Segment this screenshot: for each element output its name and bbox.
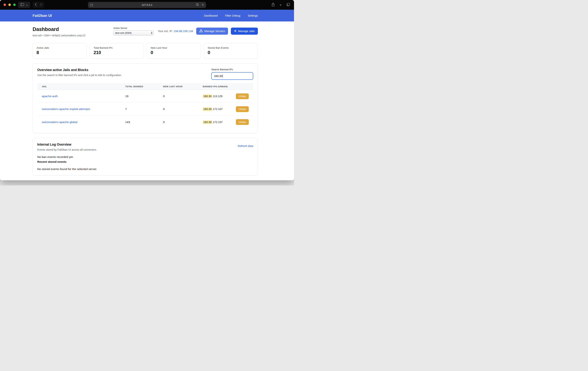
ip-highlight: 160.30 [203, 120, 212, 124]
svg-text:A: A [197, 3, 198, 5]
internal-log-panel: Internal Log Overview Events stored by F… [33, 138, 258, 175]
col-jail: JAIL [37, 85, 121, 88]
refresh-data-link[interactable]: Refresh data [238, 144, 253, 147]
translate-icon[interactable]: A [196, 3, 199, 7]
total-banned-value: 7 [121, 107, 158, 111]
col-banned-ips: BANNED IPS (UNBAN) [198, 85, 253, 88]
ip-highlight: 160.30 [203, 94, 212, 98]
stat-label: Active Jails [37, 46, 83, 49]
stat-value: 0 [151, 50, 197, 55]
ip-rest: .113.129 [212, 95, 222, 98]
stat-label: Stored Ban Events [208, 46, 254, 49]
jail-link[interactable]: swissmakers-apache-exploit-attempts [42, 107, 90, 110]
overview-subtitle: Use the search to filter banned IPs and … [37, 74, 122, 77]
page-subtitle: test-ssh • SSH • rlinfp02.swissmakers.co… [33, 34, 85, 37]
close-window-button[interactable] [3, 3, 6, 6]
app-brand: Fail2ban UI [33, 14, 52, 18]
table-row: swissmakers-apache-global 143 0 160.30 .… [37, 116, 253, 129]
external-ip-label: Your ext. IP: [158, 30, 173, 33]
stat-label: Total Banned IPs [94, 46, 140, 49]
address-bar-actions: A ↻ [196, 2, 204, 8]
browser-window: 127.0.0.1 A ↻ + [0, 0, 294, 180]
toolbar-left [18, 2, 44, 8]
unban-button[interactable]: Unban [236, 93, 249, 99]
main-content: Dashboard test-ssh • SSH • rlinfp02.swis… [0, 22, 294, 180]
search-banned-ips-input[interactable]: 160.30 [211, 72, 253, 80]
col-new-last-hour: NEW LAST HOUR [158, 85, 198, 88]
new-last-hour-value: 0 [158, 107, 198, 111]
stat-card-active-jails: Active Jails 8 [33, 43, 87, 59]
minimize-window-button[interactable] [8, 3, 11, 6]
table-header-row: JAIL TOTAL BANNED NEW LAST HOUR BANNED I… [37, 83, 253, 90]
recent-events-title: Recent stored events [37, 160, 253, 164]
overview-title: Overview active Jails and Blocks [37, 68, 122, 72]
new-tab-icon[interactable]: + [279, 3, 282, 7]
ip-highlight: 160.30 [203, 107, 212, 111]
share-icon[interactable] [272, 3, 275, 7]
servers-icon [199, 29, 203, 33]
stat-value: 210 [94, 50, 140, 55]
manage-jails-label: Manage Jails [238, 30, 255, 33]
ip-rest: .172.107 [212, 121, 222, 124]
browser-titlebar: 127.0.0.1 A ↻ + [0, 0, 294, 10]
zoom-window-button[interactable] [13, 3, 16, 6]
ip-rest: .172.107 [212, 108, 222, 110]
select-stepper-icon [151, 32, 152, 34]
active-server-value: test-ssh (SSH) [115, 32, 132, 34]
nav-item-filter-debug[interactable]: Filter Debug [225, 14, 240, 17]
manage-jails-button[interactable]: ⚙ Manage Jails [231, 28, 258, 35]
new-last-hour-value: 0 [158, 120, 198, 124]
back-icon[interactable] [35, 3, 37, 7]
stat-label: New Last Hour [151, 46, 197, 49]
window-controls [3, 3, 16, 6]
jail-link[interactable]: apache-auth [42, 95, 58, 98]
page-header: Dashboard test-ssh • SSH • rlinfp02.swis… [33, 22, 258, 37]
recent-events-empty-message: No stored events found for the selected … [37, 167, 253, 171]
reload-icon[interactable]: ↻ [202, 3, 204, 6]
search-value: 160.30 [214, 74, 222, 77]
active-server-select[interactable]: test-ssh (SSH) [113, 30, 154, 35]
header-controls: Active Server test-ssh (SSH) Your ext. I… [113, 27, 258, 35]
sidebar-icon [20, 3, 24, 7]
external-ip-value: 194.88.100.134 [174, 30, 193, 33]
history-nav-group [33, 2, 44, 8]
unban-button[interactable]: Unban [236, 106, 249, 112]
search-group: Search Banned IPs 160.30 [211, 68, 253, 80]
nav-item-settings[interactable]: Settings [248, 14, 258, 17]
tab-overview-icon[interactable] [286, 3, 290, 7]
stat-value: 8 [37, 50, 83, 55]
nav-links: Dashboard Filter Debug Settings [204, 14, 258, 17]
active-server-group: Active Server test-ssh (SSH) [113, 27, 154, 35]
app-navbar: Fail2ban UI Dashboard Filter Debug Setti… [0, 10, 294, 22]
url-text: 127.0.0.1 [142, 3, 152, 6]
stat-cards: Active Jails 8 Total Banned IPs 210 New … [33, 43, 258, 59]
external-ip: Your ext. IP: 194.88.100.134 [158, 30, 193, 33]
stat-card-new-last-hour: New Last Hour 0 [147, 43, 201, 59]
gear-icon: ⚙ [234, 30, 236, 33]
nav-item-dashboard[interactable]: Dashboard [204, 14, 218, 17]
sidebar-toggle-button[interactable] [18, 2, 30, 8]
jail-link[interactable]: swissmakers-apache-global [42, 120, 77, 124]
banned-ip: 160.30 .113.129 [203, 94, 222, 98]
unban-button[interactable]: Unban [236, 119, 249, 125]
stat-card-total-banned: Total Banned IPs 210 [90, 43, 144, 59]
toolbar-right: + [272, 0, 290, 10]
page-title: Dashboard [33, 26, 85, 32]
page-settings-icon[interactable] [90, 4, 93, 7]
chevron-down-icon[interactable] [26, 3, 28, 7]
address-bar[interactable]: 127.0.0.1 A ↻ [88, 2, 206, 8]
total-banned-value: 19 [121, 95, 158, 98]
stat-card-stored-events: Stored Ban Events 0 [204, 43, 258, 59]
log-subtitle: Events stored by Fail2ban-UI across all … [37, 148, 97, 151]
log-title: Internal Log Overview [37, 143, 97, 147]
jails-overview-panel: Overview active Jails and Blocks Use the… [33, 63, 258, 133]
search-label: Search Banned IPs [211, 68, 253, 71]
forward-icon[interactable] [40, 3, 42, 7]
manage-servers-button[interactable]: Manage Servers [196, 28, 228, 35]
log-empty-message: No ban events recorded yet. [37, 155, 253, 159]
jails-table: JAIL TOTAL BANNED NEW LAST HOUR BANNED I… [37, 83, 253, 129]
active-server-label: Active Server [113, 27, 154, 30]
table-row: apache-auth 19 0 160.30 .113.129 Unban [37, 90, 253, 103]
table-row: swissmakers-apache-exploit-attempts 7 0 … [37, 103, 253, 116]
stat-value: 0 [208, 50, 254, 55]
